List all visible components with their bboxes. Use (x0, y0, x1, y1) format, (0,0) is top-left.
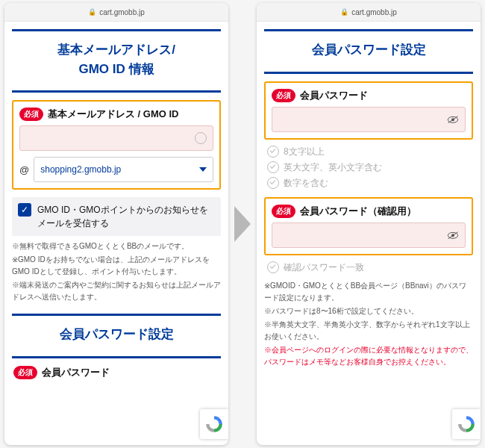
note-line: ※半角英大文字、半角英小文字、数字からそれぞれ1文字以上お使いください。 (264, 319, 473, 343)
pw-confirm-field-label: 必須 会員パスワード（確認用） (272, 205, 466, 218)
pw-confirm-label-text: 会員パスワード（確認用） (300, 205, 416, 218)
divider-bottom (12, 90, 221, 93)
recaptcha-badge[interactable] (452, 409, 481, 439)
visibility-off-icon[interactable] (447, 231, 459, 239)
two-phone-layout: 🔒 cart.gmobb.jp 基本メールアドレス/ GMO ID 情報 必須 … (0, 0, 485, 448)
pw-rule: 数字を含む (267, 177, 473, 190)
url-text: cart.gmobb.jp (351, 8, 397, 16)
password-notes: ※GMOID・GMOとくとくBB会員ページ（BBnavi）のパスワード設定になり… (264, 280, 473, 368)
recaptcha-badge[interactable] (200, 409, 228, 439)
highlight-pw-box: 必須 会員パスワード (264, 81, 473, 140)
note-line: ※端末発送のご案内やご契約に関するお知らせは上記メールアドレスへ送信いたします。 (12, 279, 221, 303)
email-domain-row: @ shopping2.gmobb.jp (19, 157, 213, 182)
note-line: ※パスワードは8〜16桁で設定してください。 (264, 305, 473, 317)
note-line: ※GMO IDをお持ちでない場合は、上記のメールアドレスをGMO IDとして登録… (12, 254, 221, 278)
pw-label-text-peek: 会員パスワード (42, 366, 110, 379)
note-line: ※無料で取得できるGMOとくとくBBのメールです。 (12, 240, 221, 252)
email-domain-select[interactable]: shopping2.gmobb.jp (34, 157, 213, 182)
required-badge: 必須 (19, 108, 43, 121)
phone-left: 🔒 cart.gmobb.jp 基本メールアドレス/ GMO ID 情報 必須 … (4, 3, 228, 445)
url-bar: 🔒 cart.gmobb.jp (257, 3, 481, 22)
email-label-text: 基本メールアドレス / GMO ID (48, 108, 179, 121)
pw-field-label-peek: 必須 会員パスワード (13, 366, 221, 379)
divider-top-2 (12, 314, 221, 316)
note-line: ※GMOID・GMOとくとくBB会員ページ（BBnavi）のパスワード設定になり… (264, 280, 473, 304)
divider-top (12, 29, 221, 31)
check-circle-icon (267, 177, 279, 189)
section-title-password: 会員パスワード設定 (264, 36, 473, 64)
visibility-off-icon[interactable] (447, 116, 459, 123)
pw-field-label: 必須 会員パスワード (272, 89, 466, 102)
phone-right: 🔒 cart.gmobb.jp 会員パスワード設定 必須 会員パスワード (257, 3, 481, 445)
divider-bottom-2 (12, 356, 221, 358)
optin-row[interactable]: ✓ GMO ID・GMOポイントからのお知らせをメールを受信する (12, 197, 221, 236)
required-badge: 必須 (272, 205, 295, 218)
note-line-warning: ※会員ページへのログインの際に必要な情報となりますので、パスワードはメモ等などお… (264, 344, 473, 368)
optin-label: GMO ID・GMOポイントからのお知らせをメールを受信する (37, 203, 215, 230)
optin-checkbox[interactable]: ✓ (18, 203, 31, 217)
section-title-email: 基本メールアドレス/ GMO ID 情報 (12, 36, 221, 83)
arrow-right-icon (234, 206, 251, 242)
divider-bottom (264, 72, 473, 74)
email-notes: ※無料で取得できるGMOとくとくBBのメールです。 ※GMO IDをお持ちでない… (12, 240, 221, 303)
chevron-down-icon (199, 167, 207, 172)
highlight-pw-confirm-box: 必須 会員パスワード（確認用） (264, 197, 473, 255)
section-title-pw: 会員パスワード設定 (12, 320, 221, 349)
pw-rule: 8文字以上 (267, 146, 473, 158)
lock-icon: 🔒 (340, 8, 348, 16)
pw-rule: 英大文字、英小文字含む (267, 161, 473, 174)
check-circle-icon (267, 161, 279, 173)
pw-label-text: 会員パスワード (300, 89, 368, 102)
check-circle-icon (267, 146, 279, 158)
email-local-input[interactable] (19, 125, 213, 151)
divider-top (264, 29, 473, 31)
check-circle-icon (267, 261, 279, 273)
password-confirm-input[interactable] (272, 223, 466, 248)
url-bar: 🔒 cart.gmobb.jp (4, 3, 228, 22)
required-badge: 必須 (13, 366, 37, 379)
highlight-email-box: 必須 基本メールアドレス / GMO ID @ shopping2.gmobb.… (12, 100, 221, 190)
lock-icon: 🔒 (88, 8, 96, 16)
email-field-label: 必須 基本メールアドレス / GMO ID (19, 108, 213, 121)
pw-rule: 確認パスワード一致 (267, 261, 473, 274)
email-domain-value: shopping2.gmobb.jp (40, 164, 121, 175)
required-badge: 必須 (272, 89, 295, 102)
recaptcha-icon (457, 414, 476, 434)
password-input[interactable] (272, 107, 466, 132)
validate-indicator-icon (195, 132, 207, 144)
recaptcha-icon (204, 414, 224, 434)
at-sign: @ (19, 164, 29, 175)
url-text: cart.gmobb.jp (99, 8, 145, 16)
